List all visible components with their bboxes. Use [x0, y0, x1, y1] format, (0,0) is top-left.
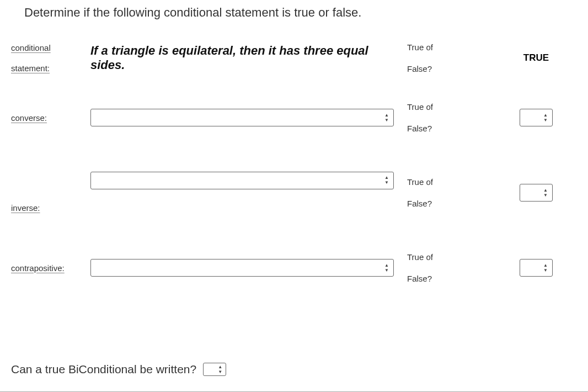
tf-true-line: True of — [407, 36, 495, 58]
dropdown-inverse-answer[interactable]: ▲▼ — [520, 184, 553, 202]
chevron-updown-icon: ▲▼ — [384, 113, 389, 123]
chevron-updown-icon: ▲▼ — [384, 263, 389, 273]
tf-false-line: False? — [407, 193, 495, 214]
chevron-updown-icon: ▲▼ — [543, 113, 548, 123]
truefalse-contrapositive: True of False? — [402, 246, 495, 289]
tf-false-line: False? — [407, 58, 495, 80]
truefalse-converse: True of False? — [402, 96, 495, 139]
answer-conditional: TRUE — [503, 52, 569, 63]
label-converse: converse: — [11, 113, 83, 123]
dropdown-contrapositive-answer[interactable]: ▲▼ — [520, 259, 553, 277]
chevron-updown-icon: ▲▼ — [543, 263, 548, 273]
conditional-statement-label-group: conditional statement: — [11, 43, 83, 73]
dropdown-contrapositive-statement[interactable]: ▲▼ — [90, 259, 394, 277]
tf-true-line: True of — [407, 171, 495, 193]
statement-grid: conditional statement: If a triangle is … — [11, 36, 577, 289]
label-statement: statement: — [11, 63, 83, 73]
chevron-updown-icon: ▲▼ — [218, 365, 222, 374]
tf-true-line: True of — [407, 96, 495, 118]
label-conditional: conditional — [11, 43, 83, 52]
chevron-updown-icon: ▲▼ — [543, 188, 548, 198]
biconditional-question: Can a true BiConditional be written? — [11, 363, 196, 376]
dropdown-inverse-statement[interactable]: ▲▼ — [90, 172, 394, 189]
truefalse-inverse: True of False? — [402, 171, 495, 214]
chevron-updown-icon: ▲▼ — [384, 176, 389, 185]
dropdown-converse-statement[interactable]: ▲▼ — [90, 109, 394, 126]
truefalse-conditional: True of False? — [402, 36, 495, 80]
dropdown-converse-answer[interactable]: ▲▼ — [520, 109, 553, 126]
conditional-statement-text: If a triangle is equilateral, then it ha… — [90, 40, 394, 76]
biconditional-row: Can a true BiConditional be written? ▲▼ — [11, 363, 226, 376]
dropdown-biconditional-answer[interactable]: ▲▼ — [203, 363, 226, 376]
label-contrapositive: contrapositive: — [11, 263, 83, 273]
tf-false-line: False? — [407, 268, 495, 289]
question-title: Determine if the following conditional s… — [24, 6, 577, 20]
tf-true-line: True of — [407, 246, 495, 268]
label-inverse: inverse: — [11, 203, 83, 213]
tf-false-line: False? — [407, 118, 495, 139]
